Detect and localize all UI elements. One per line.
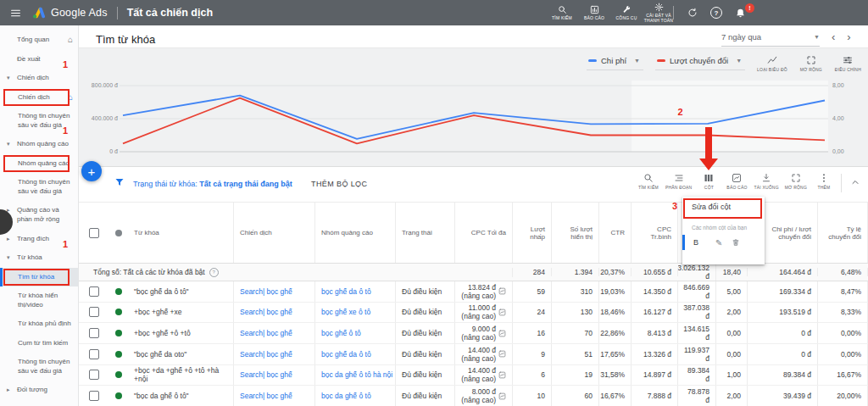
toolbar-search-button[interactable]: TÌM KIẾM bbox=[637, 173, 659, 190]
campaign-link[interactable]: Search| bọc ghế bbox=[240, 370, 292, 379]
summary-metric: 10.655 đ bbox=[632, 268, 678, 276]
topbar-nav-report[interactable]: BÁO CÁO bbox=[579, 5, 609, 20]
date-range-select[interactable]: 7 ngày qua ▼ bbox=[721, 32, 820, 47]
sidebar-item-t-kh-a[interactable]: ▾Từ khóa1 bbox=[0, 248, 78, 268]
help-tooltip-icon[interactable]: ? bbox=[209, 268, 219, 277]
help-icon[interactable]: ? bbox=[707, 7, 726, 19]
collapse-chevron-up-icon[interactable] bbox=[848, 177, 863, 187]
checkbox[interactable] bbox=[89, 228, 99, 238]
checkbox[interactable] bbox=[89, 328, 99, 338]
filter-funnel-icon bbox=[114, 177, 125, 187]
ad-group-link[interactable]: bọc ghế xe ô tô bbox=[321, 308, 370, 316]
campaign-link[interactable]: Search| bọc ghế bbox=[240, 392, 292, 400]
sidebar-item-t-m-t-kh-a[interactable]: Tìm từ khóa bbox=[0, 268, 78, 287]
saved-column-group[interactable]: B ✎ bbox=[682, 235, 765, 250]
menu-icon[interactable] bbox=[10, 8, 21, 19]
keyword-status-filter[interactable]: Trạng thái từ khóa: Tất cả trạng thái đa… bbox=[133, 180, 292, 188]
toolbar-columns-button[interactable]: CỘT2 bbox=[698, 173, 720, 190]
topbar-nav-tools[interactable]: CÔNG CỤ bbox=[611, 5, 642, 20]
table-row: +bọc +da +ghế +ô +tô +hà +nộiSearch| bọc… bbox=[79, 365, 868, 387]
summary-label: Tổng số: Tất cả các từ khóa đã bật bbox=[93, 268, 205, 276]
sidebar-item-t-kh-a-ph-nh[interactable]: Từ khóa phủ định bbox=[0, 314, 78, 334]
column-header[interactable]: CPC Tối đa bbox=[455, 203, 513, 263]
ad-group-link[interactable]: bọc ghế da ô tô bbox=[321, 287, 371, 296]
toolbar-report-button[interactable]: BÁO CÁO bbox=[726, 173, 748, 190]
summary-metric: 6,48% bbox=[818, 268, 868, 276]
chart-legend: Chi phí▼Lượt chuyển đổi▼LOẠI BIỂU ĐỒMỞ R… bbox=[587, 53, 861, 72]
bid-strategy-icon[interactable] bbox=[498, 309, 506, 316]
checkbox[interactable] bbox=[89, 391, 99, 401]
header-select-all[interactable] bbox=[79, 203, 109, 263]
max-cpc-cell: 13.824 đ(nâng cao) bbox=[455, 281, 513, 302]
metric-cell: 51 bbox=[552, 344, 599, 364]
column-header[interactable]: CTR bbox=[599, 203, 632, 263]
chart-tool-chart-type[interactable]: LOẠI BIỂU ĐỒ bbox=[757, 55, 787, 72]
metric-cell: 14.897 đ bbox=[632, 365, 678, 386]
chart-tool-expand[interactable]: MỞ RỘNG bbox=[799, 55, 823, 72]
column-header[interactable]: Số lượt hiển thị bbox=[552, 203, 599, 263]
edit-icon[interactable]: ✎ bbox=[715, 238, 722, 247]
chevron-right-icon[interactable]: › bbox=[847, 31, 850, 43]
column-header[interactable]: Lượt nhấp bbox=[513, 203, 552, 263]
download-icon bbox=[761, 173, 771, 183]
sidebar-item-chi-n-d-ch[interactable]: ▾Chiến dịch1 bbox=[0, 69, 78, 88]
bid-strategy-icon[interactable] bbox=[498, 392, 506, 400]
column-header[interactable]: Từ khóa bbox=[128, 203, 234, 263]
sidebar-item--i-t-ng[interactable]: ▸Đối tượng bbox=[0, 381, 78, 400]
add-button[interactable]: + bbox=[81, 161, 102, 181]
ad-group-link[interactable]: bọc ghế ô tô bbox=[321, 329, 361, 337]
bid-strategy-icon[interactable] bbox=[498, 350, 506, 358]
campaign-link[interactable]: Search| bọc ghế bbox=[240, 308, 292, 316]
ad-group-link[interactable]: bọc da ghế ô tô bbox=[321, 392, 371, 400]
sidebar-item-th-ng-tin-chuy-n-s-u-v-u-gi-[interactable]: Thông tin chuyên sâu về đấu giá bbox=[0, 353, 78, 381]
sidebar-item-t-kh-a-hi-n-th-video[interactable]: Từ khóa hiển thị/video bbox=[0, 286, 78, 314]
toolbar-download-button[interactable]: TẢI XUỐNG bbox=[754, 173, 778, 190]
chevron-left-icon[interactable]: ‹ bbox=[832, 31, 835, 43]
campaign-link[interactable]: Search| bọc ghế bbox=[240, 329, 292, 337]
chart-tool-adjust[interactable]: ĐIỀU CHỈNH bbox=[835, 55, 861, 72]
column-header[interactable]: Chiến dịch bbox=[234, 203, 315, 263]
sidebar-item-t-ng-quan[interactable]: Tổng quan⌂ bbox=[0, 31, 78, 50]
topbar-utilities: ? ! bbox=[666, 0, 752, 25]
columns-icon bbox=[704, 173, 714, 183]
ad-group-link[interactable]: bọc ghế da ô tô bbox=[321, 350, 371, 359]
topbar-nav-search[interactable]: TÌM KIẾM bbox=[547, 5, 577, 20]
notifications-bell-icon[interactable]: ! bbox=[731, 8, 749, 19]
legend-label: Lượt chuyển đổi bbox=[670, 56, 728, 65]
legend-metric-select[interactable]: Chi phí▼ bbox=[587, 53, 643, 70]
bid-strategy-icon[interactable] bbox=[498, 371, 506, 379]
checkbox[interactable] bbox=[89, 307, 99, 317]
sidebar-item-c-m-t-t-m-ki-m[interactable]: Cụm từ tìm kiếm bbox=[0, 334, 78, 353]
toolbar-segment-button[interactable]: PHÂN ĐOẠN bbox=[665, 173, 693, 190]
bid-strategy-icon[interactable] bbox=[498, 330, 506, 337]
table-row: +bọc +ghế +xeSearch| bọc ghếbọc ghế xe ô… bbox=[79, 303, 868, 324]
chart-tool-label: MỞ RỘNG bbox=[800, 67, 822, 72]
checkbox[interactable] bbox=[89, 370, 99, 380]
right-axis-tick: 8,00 bbox=[832, 82, 844, 88]
delete-icon[interactable] bbox=[732, 238, 740, 247]
legend-metric-select[interactable]: Lượt chuyển đổi▼ bbox=[655, 53, 745, 70]
refresh-icon[interactable] bbox=[683, 8, 702, 18]
column-header[interactable]: CPC Tr.bình bbox=[632, 203, 678, 263]
ad-group-link[interactable]: bọc da ghế ô tô hà nội bbox=[321, 370, 392, 379]
checkbox[interactable] bbox=[89, 349, 99, 359]
bid-strategy-icon[interactable] bbox=[498, 287, 506, 295]
add-filter-button[interactable]: THÊM BỘ LỌC bbox=[311, 180, 367, 188]
checkbox[interactable] bbox=[89, 286, 99, 297]
sidebar-item-nh-m-qu-ng-c-o[interactable]: Nhóm quảng cáo bbox=[0, 154, 78, 174]
sidebar-item-th-ng-tin-chuy-n-s-u-v-u-gi-[interactable]: Thông tin chuyên sâu về đấu giá bbox=[0, 173, 78, 201]
metric-cell: 17,65% bbox=[599, 344, 632, 364]
column-header[interactable]: Tỷ lệ chuyển đổi bbox=[818, 203, 868, 263]
modify-columns-item[interactable]: Sửa đổi cột bbox=[692, 203, 731, 211]
toolbar-expand-button[interactable]: MỞ RỘNG bbox=[785, 173, 807, 190]
campaign-link[interactable]: Search| bọc ghế bbox=[240, 287, 292, 296]
sidebar-item-nh-m-qu-ng-c-o[interactable]: ▾Nhóm quảng cáo1 bbox=[0, 135, 78, 154]
campaign-link[interactable]: Search| bọc ghế bbox=[240, 350, 292, 359]
column-header[interactable]: Trạng thái bbox=[396, 203, 455, 263]
sidebar-item-chi-n-d-ch[interactable]: Chiến dịch⌂ bbox=[0, 88, 78, 108]
metric-cell: 5,00 bbox=[716, 281, 748, 302]
status-cell: Đủ điều kiện bbox=[396, 323, 455, 343]
metric-cell: 310 bbox=[552, 281, 599, 302]
column-header[interactable]: Nhóm quảng cáo bbox=[315, 203, 396, 263]
toolbar-more-button[interactable]: THÊM bbox=[813, 173, 835, 190]
